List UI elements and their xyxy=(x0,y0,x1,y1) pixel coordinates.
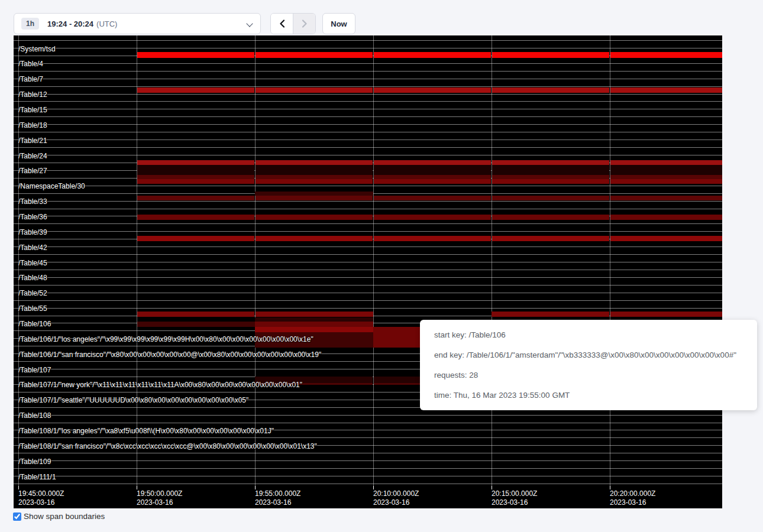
heat-band xyxy=(610,215,722,220)
footer: Show span boundaries xyxy=(13,512,105,521)
tick-date-label: 2023-03-16 xyxy=(137,498,173,507)
time-gridline xyxy=(255,35,256,486)
heat-band xyxy=(492,196,609,200)
span-boundary-line xyxy=(14,308,722,309)
heat-band xyxy=(255,322,373,327)
tick-date-label: 2023-03-16 xyxy=(255,498,291,507)
span-boundary-line xyxy=(14,293,722,293)
row-label: /Table/106 xyxy=(18,320,51,328)
heat-band xyxy=(255,317,373,322)
row-label: /Table/107/1/"seattle"/"UUUUUUD\x00\x80\… xyxy=(18,396,248,404)
row-label: /Table/107/1/"new york"/"\x11\x11\x11\x1… xyxy=(18,381,302,389)
heat-band xyxy=(492,215,609,220)
chevron-right-icon xyxy=(302,20,308,28)
tick-date-label: 2023-03-16 xyxy=(492,498,528,507)
heat-band xyxy=(256,87,373,93)
row-label: /Table/39 xyxy=(18,228,47,236)
row-label: /Table/36 xyxy=(18,213,47,221)
key-visualizer-canvas[interactable]: /System/tsd/Table/4/Table/7/Table/12/Tab… xyxy=(14,35,722,508)
tick-date-label: 2023-03-16 xyxy=(18,498,54,507)
span-boundary-line xyxy=(14,86,722,87)
time-gridline xyxy=(137,35,137,486)
heat-band xyxy=(137,175,254,179)
row-label: /Table/106/1/"san francisco"/"\x80\x00\x… xyxy=(18,351,321,359)
heat-band xyxy=(610,165,722,175)
time-gridline xyxy=(492,35,492,486)
row-label: /Table/12 xyxy=(18,90,47,99)
span-boundary-line xyxy=(14,209,722,209)
heat-band xyxy=(256,165,373,175)
tooltip-line: end key: /Table/106/1/"amsterdam"/"\xb33… xyxy=(434,345,743,365)
tick-date-label: 2023-03-16 xyxy=(373,498,409,507)
row-label: /Table/21 xyxy=(18,137,47,145)
heat-band xyxy=(374,236,491,241)
span-boundary-line xyxy=(14,201,722,202)
row-label: /Table/48 xyxy=(18,274,47,282)
heat-band xyxy=(256,179,373,184)
heat-band xyxy=(610,236,722,241)
span-boundary-line xyxy=(14,132,722,132)
tooltip-line: requests: 28 xyxy=(434,365,743,385)
heat-band xyxy=(256,175,373,179)
heat-band xyxy=(255,327,373,332)
heat-band xyxy=(492,87,609,93)
heat-band xyxy=(492,52,609,58)
heat-band xyxy=(492,175,609,179)
chevron-left-icon xyxy=(279,20,285,28)
heat-band xyxy=(256,312,373,317)
row-label: /Table/108 xyxy=(18,411,51,420)
tick-date-label: 2023-03-16 xyxy=(610,498,646,507)
heat-band xyxy=(610,196,722,200)
tooltip-line: time: Thu, 16 Mar 2023 19:55:00 GMT xyxy=(434,385,743,406)
tooltip-line: start key: /Table/106 xyxy=(434,325,743,345)
row-label: /Table/15 xyxy=(18,106,47,114)
span-boundary-line xyxy=(14,94,722,95)
span-boundary-line xyxy=(14,109,722,109)
span-boundary-line xyxy=(14,71,722,72)
row-label: /Table/45 xyxy=(18,259,47,267)
row-label: /Table/7 xyxy=(18,75,43,83)
span-boundary-line xyxy=(14,437,722,438)
show-span-boundaries-label: Show span boundaries xyxy=(24,512,105,521)
heat-band xyxy=(137,160,254,165)
prev-time-button[interactable] xyxy=(271,14,293,34)
span-boundary-line xyxy=(14,124,722,125)
time-range-selector[interactable]: 1h 19:24 - 20:24 (UTC) xyxy=(14,13,261,34)
span-boundary-line xyxy=(14,262,722,262)
heat-band xyxy=(137,87,254,93)
heat-band xyxy=(492,236,609,241)
heat-band xyxy=(137,215,254,220)
heat-band xyxy=(137,312,254,317)
heat-band xyxy=(137,52,254,58)
toolbar: 1h 19:24 - 20:24 (UTC) Now xyxy=(0,0,763,35)
now-button[interactable]: Now xyxy=(322,13,355,34)
next-time-button[interactable] xyxy=(293,14,315,34)
span-boundary-line xyxy=(14,101,722,102)
heat-band xyxy=(256,215,373,220)
show-span-boundaries-checkbox[interactable] xyxy=(13,512,21,521)
heat-band xyxy=(256,160,373,165)
heat-band xyxy=(374,196,491,200)
tick-time-label: 20:15:00.000Z xyxy=(492,489,537,498)
row-label: /Table/106/1/"los angeles"/"\x99\x99\x99… xyxy=(18,335,313,343)
heat-band xyxy=(374,179,491,184)
row-label: /Table/55 xyxy=(18,304,47,313)
cell-tooltip: start key: /Table/106end key: /Table/106… xyxy=(420,320,757,410)
row-label: /Table/109 xyxy=(18,458,51,466)
time-range-text: 19:24 - 20:24 xyxy=(47,20,93,28)
span-boundary-line xyxy=(14,40,722,41)
heat-band xyxy=(374,165,491,175)
time-nav-group xyxy=(270,13,316,34)
heat-band xyxy=(137,165,254,175)
heat-band xyxy=(374,87,491,93)
span-boundary-line xyxy=(14,484,722,484)
heat-band xyxy=(137,196,254,200)
heat-band xyxy=(255,192,373,196)
row-label: /Table/33 xyxy=(18,197,47,206)
row-label: /Table/108/1/"san francisco"/"\x8c\xcc\x… xyxy=(18,442,317,450)
span-boundary-line xyxy=(14,460,722,461)
span-boundary-line xyxy=(14,246,722,247)
heat-band xyxy=(610,179,722,184)
heat-band xyxy=(610,175,722,179)
tick-time-label: 20:10:00.000Z xyxy=(373,489,419,498)
